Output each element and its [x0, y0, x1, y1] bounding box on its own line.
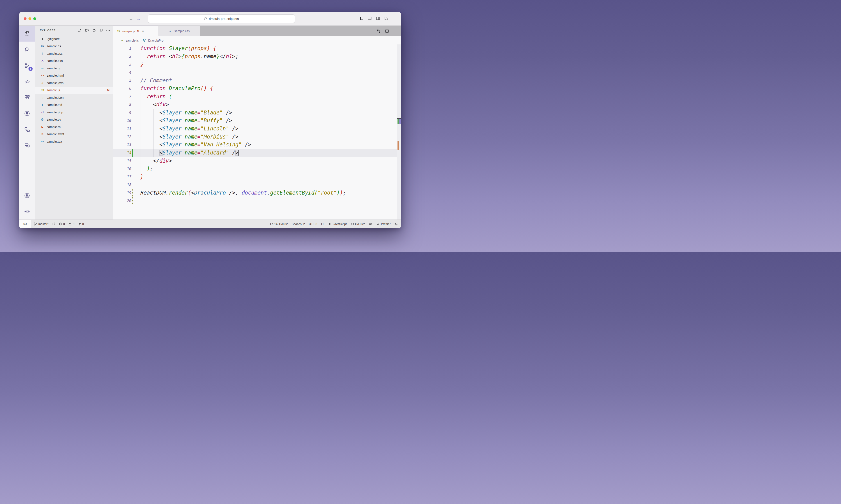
customize-layout-icon[interactable] [384, 16, 388, 20]
file-item-sample-py[interactable]: ⛑sample.py [35, 116, 113, 123]
code-line-6[interactable]: 6function DraculaPro() { [113, 85, 401, 93]
code-line-11[interactable]: 11 <Slayer name="Lincoln" /> [113, 125, 401, 133]
more-actions-icon[interactable] [393, 29, 397, 33]
new-file-icon[interactable] [78, 29, 82, 32]
status-label: JavaScript [333, 222, 347, 226]
status-item-0[interactable]: 0 [59, 222, 65, 226]
close-tab-icon[interactable]: × [142, 29, 144, 33]
code-line-3[interactable]: 3} [113, 60, 401, 69]
scm-changes-badge: 1 [29, 67, 33, 71]
code-editor[interactable]: 1function Slayer(props) {2 return <h1>{p… [113, 44, 401, 219]
status-item-0[interactable]: 0 [68, 222, 74, 226]
split-editor-icon[interactable] [385, 29, 389, 33]
zoom-window-button[interactable] [33, 17, 36, 20]
activity-bar-item-comments[interactable] [19, 138, 35, 154]
file-item-gitignore[interactable]: ◆.gitignore [35, 35, 113, 43]
bell-icon [395, 222, 398, 226]
file-item-sample-json[interactable]: {}sample.json [35, 94, 113, 101]
tab-bar: JS sample.js M × # sample.css [113, 25, 401, 36]
activity-bar-item-explorer[interactable] [19, 25, 35, 41]
open-changes-icon[interactable] [377, 29, 381, 33]
line-number: 13 [113, 141, 132, 149]
code-line-10[interactable]: 10 <Slayer name="Buffy" /> [113, 116, 401, 125]
status-item-javascript[interactable]: JavaScript [329, 222, 347, 226]
code-line-1[interactable]: 1function Slayer(props) { [113, 44, 401, 53]
file-item-sample-html[interactable]: <>sample.html [35, 72, 113, 79]
toggle-panel-icon[interactable] [368, 16, 372, 20]
file-item-sample-js[interactable]: JSsample.jsM [35, 87, 113, 94]
refresh-icon[interactable] [92, 29, 96, 32]
code-line-19[interactable]: 19ReactDOM.render(<DraculaPro />, docume… [113, 189, 401, 197]
code-line-7[interactable]: 7 return ( [113, 93, 401, 101]
activity-bar-item-source-control[interactable]: 1 [19, 57, 35, 74]
activity-bar-item-github[interactable] [19, 106, 35, 122]
status-item-spaces-2[interactable]: Spaces: 2 [292, 222, 305, 226]
tab-sample-js[interactable]: JS sample.js M × [113, 25, 158, 36]
code-line-15[interactable]: 15 </div> [113, 157, 401, 165]
code-line-18[interactable]: 18 [113, 181, 401, 189]
file-item-sample-php[interactable]: බsample.php [35, 109, 113, 116]
overview-ruler[interactable] [397, 44, 401, 219]
activity-bar-item-accounts[interactable] [19, 187, 35, 203]
activity-bar-item-search[interactable] [19, 41, 35, 57]
status-item-sync[interactable] [52, 222, 55, 226]
status-item-bell[interactable] [395, 222, 398, 226]
collapse-folders-icon[interactable] [99, 29, 103, 32]
forward-button[interactable]: → [136, 16, 141, 21]
close-window-button[interactable] [24, 17, 27, 20]
file-item-sample-css[interactable]: #sample.css [35, 50, 113, 57]
code-line-8[interactable]: 8 <div> [113, 101, 401, 109]
token-tag: div [156, 102, 165, 108]
new-folder-icon[interactable] [85, 29, 89, 32]
status-label: Go Live [355, 222, 365, 226]
code-line-20[interactable]: 20 [113, 197, 401, 205]
remote-indicator[interactable]: >< [19, 220, 31, 228]
toggle-secondary-sidebar-icon[interactable] [376, 16, 380, 20]
status-item-utf-8[interactable]: UTF-8 [309, 222, 317, 226]
token-str: "Lincoln" [200, 126, 229, 132]
file-item-sample-go[interactable]: GOsample.go [35, 65, 113, 72]
code-line-12[interactable]: 12 <Slayer name="Morbius" /> [113, 133, 401, 141]
file-item-sample-cs[interactable]: C#sample.cs [35, 43, 113, 50]
file-item-sample-md[interactable]: ⬇sample.md [35, 101, 113, 109]
gutter-change-indicator[interactable] [132, 197, 133, 205]
token-pl: > [169, 158, 172, 164]
status-item-lf[interactable]: LF [321, 222, 325, 226]
code-line-2[interactable]: 2 return <h1>{props.name}</h1>; [113, 53, 401, 60]
code-line-14[interactable]: 14 <Slayer name="Alucard" /> [113, 149, 401, 157]
code-line-4[interactable]: 4 [113, 69, 401, 77]
status-item-master[interactable]: master* [34, 222, 49, 226]
breadcrumb-file[interactable]: sample.js [126, 39, 139, 42]
code-line-9[interactable]: 9 <Slayer name="Blade" /> [113, 109, 401, 117]
file-item-sample-exs[interactable]: ⬘sample.exs [35, 57, 113, 65]
file-item-sample-rb[interactable]: ◣sample.rb [35, 123, 113, 131]
code-line-16[interactable]: 16 ); [113, 165, 401, 173]
minimize-window-button[interactable] [29, 17, 31, 20]
more-actions-icon[interactable] [106, 29, 110, 32]
gutter-change-indicator[interactable] [132, 149, 133, 157]
back-button[interactable]: ← [129, 16, 133, 21]
file-item-sample-swift[interactable]: ⚞sample.swift [35, 131, 113, 138]
breadcrumb-symbol[interactable]: DraculaPro [148, 39, 163, 42]
status-item-prettier[interactable]: Prettier [376, 222, 390, 226]
file-item-sample-java[interactable]: Jsample.java [35, 79, 113, 87]
status-item-copilot[interactable] [369, 222, 372, 226]
gutter-change-indicator[interactable] [132, 189, 133, 197]
activity-bar-item-remote-explorer[interactable] [19, 122, 35, 138]
activity-bar-item-run-and-debug[interactable] [19, 74, 35, 90]
token-b2: { [181, 53, 185, 59]
activity-bar-item-settings-gear[interactable] [19, 203, 35, 219]
code-line-13[interactable]: 13 <Slayer name="Van Helsing" /> [113, 141, 401, 149]
status-item-go-live[interactable]: Go Live [351, 222, 365, 226]
tab-sample-css[interactable]: # sample.css [158, 25, 200, 36]
file-item-sample-tex[interactable]: TᴇXsample.tex [35, 138, 113, 145]
status-label: master* [38, 222, 49, 226]
activity-bar-item-extensions[interactable] [19, 90, 35, 106]
code-line-17[interactable]: 17} [113, 173, 401, 181]
token-pl: /> [226, 190, 235, 196]
status-item-0[interactable]: 0 [78, 222, 84, 226]
status-item-ln-14-col-32[interactable]: Ln 14, Col 32 [270, 222, 288, 226]
code-line-5[interactable]: 5// Comment [113, 77, 401, 85]
command-center-search[interactable]: dracula-pro-snippets [148, 15, 295, 23]
toggle-primary-sidebar-icon[interactable] [360, 16, 363, 20]
